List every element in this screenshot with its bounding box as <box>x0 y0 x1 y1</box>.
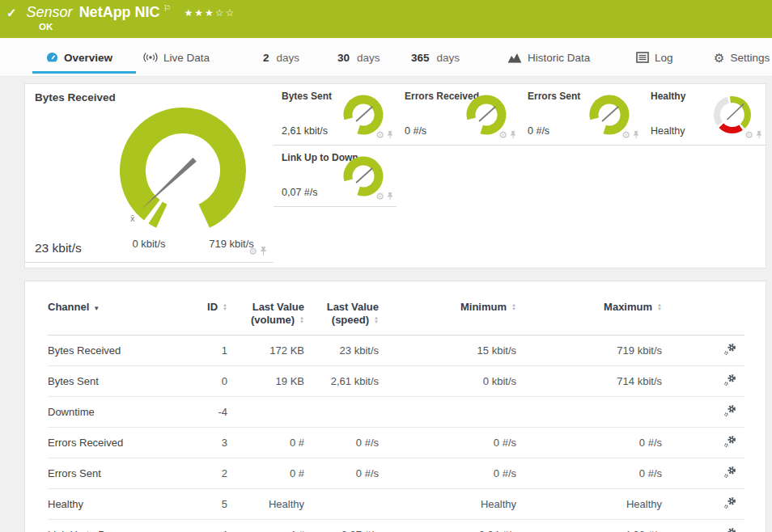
tab-30-days-unit: days <box>357 52 380 64</box>
mini-gauge-pin-icon[interactable] <box>756 128 762 142</box>
empty-cell <box>520 146 643 207</box>
last-value-speed: 0 #/s <box>304 428 379 458</box>
tab-live-data[interactable]: Live Data <box>143 38 210 77</box>
mini-gauge-value: 0 #/s <box>528 125 549 137</box>
table-row: Downtime -4 <box>48 397 744 428</box>
tab-bar: Overview Live Data 2 days 30 days 365 da… <box>0 38 772 77</box>
channel-id: 2 <box>177 458 227 489</box>
channel-settings-gears-icon[interactable] <box>723 527 736 532</box>
sort-icon: ▲▼ <box>511 303 516 310</box>
channel-id: 4 <box>177 520 227 532</box>
mini-gauge-gear-icon[interactable]: ⚙ <box>621 130 630 140</box>
tab-overview[interactable]: Overview <box>46 38 112 77</box>
mini-gauge-pin-icon[interactable] <box>510 128 516 142</box>
channel-table-panel: Channel▼ ID▲▼ Last Value(volume)▲▼ Last … <box>24 281 766 532</box>
tab-365-days-unit: days <box>437 52 460 64</box>
column-header-actions <box>662 298 744 336</box>
channel-settings-gears-icon[interactable] <box>723 496 736 512</box>
gauge-icon <box>46 52 58 64</box>
channel-name: Downtime <box>48 397 177 428</box>
channel-settings-gears-icon[interactable] <box>723 435 736 450</box>
channel-name: Bytes Received <box>48 336 177 366</box>
channel-settings-gears-icon[interactable] <box>723 343 736 358</box>
last-value-volume: 0 # <box>227 458 304 489</box>
live-broadcast-icon <box>143 52 158 63</box>
gauge-pin-icon[interactable] <box>260 244 267 259</box>
channel-settings-gears-icon[interactable] <box>723 404 736 420</box>
minimum-value: 0,04 #/s <box>379 520 516 532</box>
gauge-healthy[interactable]: Healthy Healthy ⚙ <box>643 84 766 146</box>
gauge-link-up-to-down[interactable]: Link Up to Down 0,07 #/s ⚙ <box>274 146 397 207</box>
tab-historic-data-label: Historic Data <box>528 52 590 64</box>
mini-gauge-title: Errors Sent <box>528 91 580 102</box>
mini-gauge-gear-icon[interactable]: ⚙ <box>375 192 384 201</box>
mini-gauge-pin-icon[interactable] <box>387 189 393 204</box>
table-row: Healthy 5 Healthy Healthy Healthy <box>48 489 744 520</box>
column-header-last-value-speed[interactable]: Last Value(speed)▲▼ <box>304 298 379 336</box>
gauge-bytes-sent[interactable]: Bytes Sent 2,61 kbit/s ⚙ <box>274 84 397 146</box>
tab-log-label: Log <box>655 52 673 64</box>
tab-2-days-number: 2 <box>263 52 269 64</box>
mini-gauge-value: Healthy <box>651 125 685 137</box>
column-header-minimum[interactable]: Minimum▲▼ <box>379 298 516 336</box>
area-chart-icon <box>507 52 522 63</box>
mini-gauge-gear-icon[interactable]: ⚙ <box>375 130 384 140</box>
sort-icon: ▲▼ <box>657 303 662 310</box>
table-row: Bytes Sent 0 19 KB 2,61 kbit/s 0 kbit/s … <box>48 366 744 397</box>
channel-name: Errors Received <box>48 428 177 458</box>
gauges-panel: Bytes Received x̄ 0 kbit/s 719 kbit/s 23… <box>24 83 766 268</box>
last-value-volume: 4 # <box>227 520 304 532</box>
log-list-icon <box>636 52 649 63</box>
tab-365-days[interactable]: 365 days <box>411 38 460 77</box>
channel-settings-gears-icon[interactable] <box>723 374 736 389</box>
gauge-errors-received[interactable]: Errors Received 0 #/s ⚙ <box>397 84 520 146</box>
flag-icon[interactable]: ⚐ <box>163 3 172 14</box>
table-row: Link Up to Down 4 4 # 0,07 #/s 0,04 #/s … <box>48 520 744 532</box>
tab-log[interactable]: Log <box>636 38 673 77</box>
tab-30-days[interactable]: 30 days <box>337 38 380 77</box>
tab-2-days[interactable]: 2 days <box>263 38 299 77</box>
last-value-speed: 0 #/s <box>304 458 379 489</box>
sort-icon: ▲▼ <box>299 316 304 323</box>
channel-settings-gears-icon[interactable] <box>723 466 736 481</box>
mini-gauge-gear-icon[interactable]: ⚙ <box>744 130 753 140</box>
tab-settings[interactable]: ⚙ Settings <box>714 38 770 77</box>
sort-desc-caret-icon: ▼ <box>93 305 100 312</box>
sort-icon: ▲▼ <box>374 316 379 323</box>
object-kind-label: Sensor <box>27 4 73 21</box>
table-header-row: Channel▼ ID▲▼ Last Value(volume)▲▼ Last … <box>48 298 744 336</box>
status-ok-check-icon: ✓ <box>6 6 17 20</box>
table-row: Bytes Received 1 172 KB 23 kbit/s 15 kbi… <box>48 336 744 366</box>
channel-id: -4 <box>177 397 227 428</box>
mini-gauge-gear-icon[interactable]: ⚙ <box>498 130 507 140</box>
last-value-volume <box>227 397 304 428</box>
column-header-id[interactable]: ID▲▼ <box>177 298 227 336</box>
mini-gauge-title: Bytes Sent <box>282 91 332 102</box>
last-value-speed: 23 kbit/s <box>304 336 379 366</box>
tab-live-data-label: Live Data <box>163 52 210 64</box>
minimum-value <box>379 397 516 428</box>
empty-cell <box>643 146 766 207</box>
last-value-speed: 0,07 #/s <box>304 520 379 532</box>
channel-id: 3 <box>177 428 227 458</box>
channel-id: 5 <box>177 489 227 520</box>
mini-gauge-pin-icon[interactable] <box>633 128 639 142</box>
minimum-value: Healthy <box>379 489 516 520</box>
table-row: Errors Sent 2 0 # 0 #/s 0 #/s 0 #/s <box>48 458 744 489</box>
tab-historic-data[interactable]: Historic Data <box>507 38 590 77</box>
last-value-volume: 172 KB <box>227 336 304 366</box>
gauge-errors-sent[interactable]: Errors Sent 0 #/s ⚙ <box>520 84 643 146</box>
gauge-settings-gear-icon[interactable]: ⚙ <box>248 247 257 256</box>
column-header-maximum[interactable]: Maximum▲▼ <box>516 298 662 336</box>
last-value-volume: Healthy <box>227 489 304 520</box>
mini-gauge-value: 2,61 kbit/s <box>282 125 328 137</box>
column-header-last-value-volume[interactable]: Last Value(volume)▲▼ <box>227 298 304 336</box>
mean-marker: x̄ <box>130 213 135 223</box>
mini-gauge-pin-icon[interactable] <box>387 128 393 142</box>
priority-stars[interactable]: ★★★☆☆ <box>185 7 236 19</box>
channel-id: 0 <box>177 366 227 397</box>
gauge-bytes-received[interactable]: Bytes Received x̄ 0 kbit/s 719 kbit/s 23… <box>25 84 274 263</box>
column-header-channel[interactable]: Channel▼ <box>48 298 177 336</box>
tab-365-days-number: 365 <box>411 52 430 64</box>
channel-id: 1 <box>177 336 227 366</box>
